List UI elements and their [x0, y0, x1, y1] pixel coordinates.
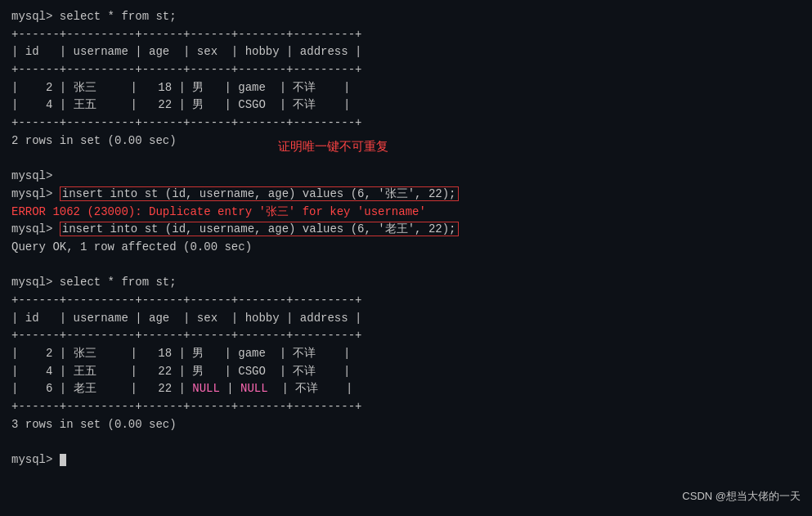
insert-line-1: mysql> insert into st (id, username, age… — [11, 186, 801, 204]
separator-2: +------+----------+------+------+-------… — [11, 61, 801, 79]
blank-prompt: mysql> — [11, 168, 801, 186]
table-row-3: | 2 | 张三 | 18 | 男 | game | 不详 | — [11, 345, 801, 363]
annotation-text: 证明唯一键不可重复 — [278, 137, 388, 155]
separator-6: +------+----------+------+------+-------… — [11, 398, 801, 416]
terminal: mysql> select * from st; +------+-------… — [0, 0, 812, 516]
error-line: ERROR 1062 (23000): Duplicate entry '张三'… — [11, 204, 801, 222]
result-1: 2 rows in set (0.00 sec) — [11, 132, 801, 150]
blank-2 — [11, 257, 801, 275]
separator-5: +------+----------+------+------+-------… — [11, 327, 801, 345]
separator-4: +------+----------+------+------+-------… — [11, 292, 801, 310]
table-header-1: | id | username | age | sex | hobby | ad… — [11, 43, 801, 61]
table-row-5-null: | 6 | 老王 | 22 | NULL | NULL | 不详 | — [11, 380, 801, 398]
cursor — [60, 454, 66, 466]
separator-3: +------+----------+------+------+-------… — [11, 114, 801, 132]
watermark-text: CSDN @想当大佬的一天 — [682, 488, 801, 505]
line-select-2: mysql> select * from st; — [11, 274, 801, 292]
table-row-4: | 4 | 王五 | 22 | 男 | CSGO | 不详 | — [11, 363, 801, 381]
blank-1 — [11, 150, 801, 168]
blank-3 — [11, 434, 801, 452]
query-ok: Query OK, 1 row affected (0.00 sec) — [11, 239, 801, 257]
table-row-2: | 4 | 王五 | 22 | 男 | CSGO | 不详 | — [11, 96, 801, 114]
separator-1: +------+----------+------+------+-------… — [11, 26, 801, 44]
table-header-2: | id | username | age | sex | hobby | ad… — [11, 310, 801, 328]
final-prompt: mysql> — [11, 451, 801, 469]
result-2: 3 rows in set (0.00 sec) — [11, 416, 801, 434]
table-row-1: | 2 | 张三 | 18 | 男 | game | 不详 | — [11, 79, 801, 97]
insert-line-2: mysql> insert into st (id, username, age… — [11, 221, 801, 239]
line-select-1: mysql> select * from st; — [11, 8, 801, 26]
